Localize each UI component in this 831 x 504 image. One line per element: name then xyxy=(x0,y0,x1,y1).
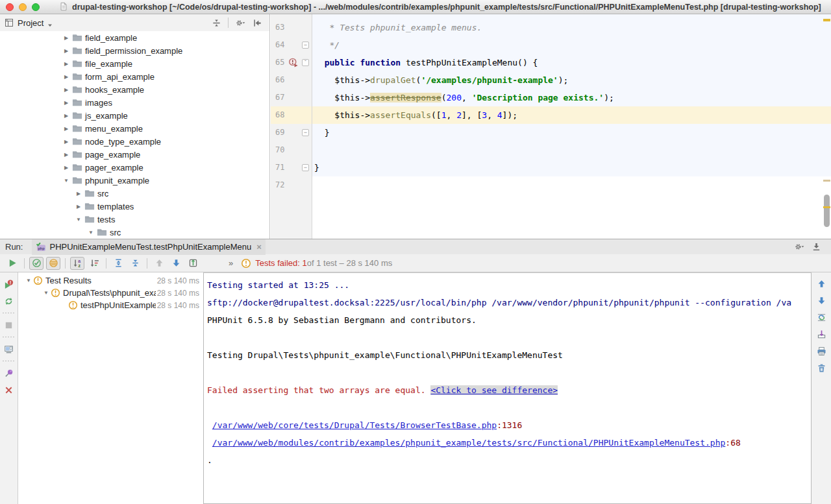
import-test-results-button[interactable] xyxy=(186,257,200,270)
scroll-to-end-button[interactable] xyxy=(814,328,828,341)
test-tree-row[interactable]: testPhpUnitExampleMe28 s 140 ms xyxy=(19,299,203,311)
test-runner-layout-button[interactable] xyxy=(2,342,16,355)
chevron-right-icon[interactable]: ▶ xyxy=(62,139,71,145)
project-tree-item[interactable]: ▼src xyxy=(0,226,269,239)
chevron-down-icon[interactable]: ▼ xyxy=(24,278,33,283)
clear-all-button[interactable] xyxy=(814,361,828,374)
expand-all-button[interactable] xyxy=(111,257,125,270)
chevron-right-icon[interactable]: ▶ xyxy=(62,35,71,41)
fold-marker-icon[interactable]: − xyxy=(302,164,309,171)
project-tree-item-label: src xyxy=(110,228,121,237)
line-number: 67 xyxy=(275,89,290,106)
chevron-right-icon[interactable]: ▶ xyxy=(62,74,71,80)
chevron-down-icon[interactable]: ▼ xyxy=(74,217,83,222)
folder-icon xyxy=(72,71,82,82)
project-tree-item[interactable]: ▶field_permission_example xyxy=(0,44,269,57)
collapse-all-button[interactable] xyxy=(128,257,142,270)
code-token: ]); xyxy=(502,110,517,120)
chevron-right-icon[interactable]: ▶ xyxy=(62,165,71,171)
test-failed-run-icon[interactable] xyxy=(288,58,299,68)
fold-marker-icon[interactable]: ˇ xyxy=(302,59,309,66)
previous-failed-test-button[interactable] xyxy=(152,257,166,270)
pin-tab-button[interactable] xyxy=(2,366,16,379)
error-stripe-mark[interactable] xyxy=(823,206,830,208)
down-the-stack-trace-button[interactable] xyxy=(814,294,828,307)
chevron-right-icon[interactable]: ▶ xyxy=(74,204,83,210)
show-ignored-button[interactable] xyxy=(46,257,60,270)
toolbar-separator xyxy=(3,313,16,313)
sort-by-duration-button[interactable] xyxy=(87,257,101,270)
close-run-panel-button[interactable] xyxy=(2,383,16,396)
hide-run-panel-button[interactable] xyxy=(809,241,823,254)
project-tree-item[interactable]: ▶templates xyxy=(0,200,269,213)
scroll-from-source-button[interactable] xyxy=(209,16,223,29)
project-tree-item[interactable]: ▼tests xyxy=(0,213,269,226)
rerun-tests-button[interactable] xyxy=(5,257,19,270)
test-tree-row[interactable]: ▼Test Results28 s 140 ms xyxy=(19,274,203,287)
project-tree-item[interactable]: ▶node_type_example xyxy=(0,135,269,148)
sort-alphabetically-button[interactable]: az xyxy=(70,257,84,270)
zoom-window-button[interactable] xyxy=(32,3,40,11)
fold-marker-icon[interactable]: − xyxy=(302,129,309,136)
chevron-right-icon[interactable]: ▶ xyxy=(62,87,71,93)
close-window-button[interactable] xyxy=(6,3,14,11)
project-tree-item[interactable]: ▶hooks_example xyxy=(0,83,269,96)
line-number: 68 xyxy=(275,106,290,124)
test-console-output[interactable]: Testing started at 13:25 ...sftp://docke… xyxy=(203,272,812,504)
minimize-window-button[interactable] xyxy=(19,3,27,11)
stacktrace-link[interactable]: /var/www/web/modules/contrib/examples/ph… xyxy=(212,438,726,448)
rerun-failed-tests-button[interactable] xyxy=(2,278,16,291)
project-tree-item[interactable]: ▶menu_example xyxy=(0,122,269,135)
project-tree-item[interactable]: ▶field_example xyxy=(0,31,269,44)
chevron-down-icon[interactable] xyxy=(47,20,53,25)
gutter-row: 69− xyxy=(271,124,312,141)
editor-line: } xyxy=(312,124,831,141)
scrollbar-thumb[interactable] xyxy=(824,195,830,227)
chevron-down-icon[interactable]: ▼ xyxy=(42,290,51,296)
project-tree-item[interactable]: ▶images xyxy=(0,96,269,109)
project-tree-item[interactable]: ▶page_example xyxy=(0,148,269,161)
code-token: $this-> xyxy=(314,75,370,85)
error-stripe-mark[interactable] xyxy=(823,19,830,21)
project-tree-item[interactable]: ▶file_example xyxy=(0,57,269,70)
editor-code-area[interactable]: * Tests phpunit_example menus. */ public… xyxy=(312,14,831,239)
run-tab[interactable]: php PHPUnitExampleMenuTest.testPhpUnitEx… xyxy=(32,239,265,255)
project-tree-item[interactable]: ▶js_example xyxy=(0,109,269,122)
chevron-right-icon[interactable]: ▶ xyxy=(62,100,71,106)
use-soft-wraps-button[interactable] xyxy=(814,311,828,324)
project-tree-item[interactable]: ▶src xyxy=(0,187,269,200)
chevron-right-icon[interactable]: ▶ xyxy=(62,152,71,158)
next-failed-test-button[interactable] xyxy=(169,257,183,270)
code-editor[interactable]: 6364−65ˇ66676869−7071−72 * Tests phpunit… xyxy=(271,14,831,239)
stop-button[interactable] xyxy=(2,318,16,331)
project-tree-item[interactable]: ▶form_api_example xyxy=(0,70,269,83)
folder-icon xyxy=(72,136,82,147)
project-tree-item[interactable]: ▼phpunit_example xyxy=(0,174,269,187)
fold-marker-icon[interactable]: − xyxy=(302,42,309,49)
close-tab-icon[interactable]: × xyxy=(256,242,262,252)
show-passed-button[interactable] xyxy=(29,257,43,270)
run-panel-options-button[interactable] xyxy=(792,241,806,254)
error-stripe-mark[interactable] xyxy=(823,180,830,182)
chevron-right-icon[interactable]: ▶ xyxy=(62,126,71,132)
test-tree-row[interactable]: ▼Drupal\Tests\phpunit_exa28 s 140 ms xyxy=(19,287,203,299)
toggle-auto-test-button[interactable] xyxy=(2,294,16,307)
diff-link[interactable]: <Click to see difference> xyxy=(430,385,558,395)
chevron-right-icon[interactable]: ▶ xyxy=(62,48,71,54)
chevron-right-icon[interactable]: ▶ xyxy=(62,61,71,67)
hide-project-panel-button[interactable] xyxy=(250,16,264,29)
project-options-button[interactable] xyxy=(233,16,247,29)
project-panel-title[interactable]: Project xyxy=(18,18,43,28)
chevron-down-icon[interactable]: ▼ xyxy=(86,230,95,235)
project-tree-item[interactable]: ▶pager_example xyxy=(0,161,269,174)
editor-scrollbar[interactable] xyxy=(823,14,831,239)
code-token: assertEquals xyxy=(370,110,431,120)
chevron-right-icon[interactable]: ▶ xyxy=(62,113,71,119)
print-button[interactable] xyxy=(814,344,828,357)
tests-failed-text: Tests failed: 1 xyxy=(255,258,307,268)
stacktrace-link[interactable]: /var/www/web/core/tests/Drupal/Tests/Bro… xyxy=(212,420,497,430)
chevron-right-icon[interactable]: ▶ xyxy=(74,191,83,197)
up-the-stack-trace-button[interactable] xyxy=(814,277,828,290)
chevron-down-icon[interactable]: ▼ xyxy=(62,178,71,184)
run-panel-label: Run: xyxy=(5,242,23,252)
